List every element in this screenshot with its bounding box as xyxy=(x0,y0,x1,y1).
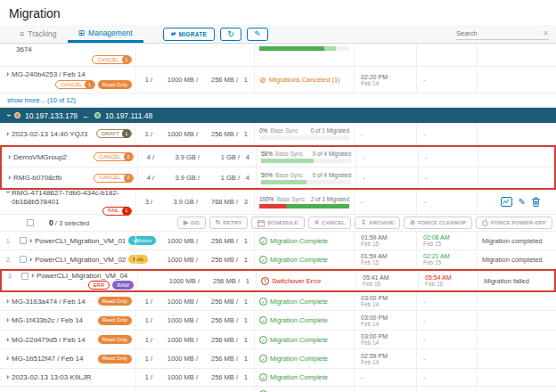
chevron-right-icon[interactable]: › xyxy=(6,317,9,323)
vm-count: 1 / xyxy=(136,130,152,138)
chevron-right-icon[interactable]: › xyxy=(6,374,9,380)
end-date: Feb 16 xyxy=(425,281,471,287)
table-row[interactable]: › RetryReverse 4 / 3.9 GB / 1 GB / 4 Mig… xyxy=(0,387,556,392)
status-text: Migration Complete xyxy=(259,256,349,264)
count: 1 xyxy=(241,336,248,344)
end-time: - xyxy=(423,298,470,306)
row-number: 2. xyxy=(6,257,17,263)
force-cleanup-button[interactable]: ⊘FORCE CLEANUP xyxy=(404,216,472,229)
go-button[interactable]: ▶GO xyxy=(177,216,206,229)
alert-highlight-box: › DemoVMGroup2 CANCEL2 4 / 3.9 GB / 1 GB… xyxy=(0,145,556,190)
chevron-right-icon[interactable]: › xyxy=(8,175,11,181)
alert-highlight-box: 3. › PowerCLI_Migration_VM_04 ERR RAW 10… xyxy=(0,269,556,292)
vm-row[interactable]: 3. › PowerCLI_Migration_VM_04 ERR RAW 10… xyxy=(2,271,554,290)
start-time: 03:00 PM xyxy=(361,295,410,301)
source-site-icon xyxy=(14,112,20,118)
tab-tracking[interactable]: ≡ Tracking xyxy=(9,25,68,43)
row-checkbox[interactable] xyxy=(20,237,27,244)
retry-button[interactable]: ↻RETRY xyxy=(209,216,249,229)
events-chart-icon[interactable] xyxy=(501,197,512,207)
raw-badge: RAW xyxy=(112,281,134,290)
table-row[interactable]: › 2023-02-13 13:03 K9LJR 1 / 1000 MB / 2… xyxy=(0,369,556,387)
show-more-link[interactable]: show more... (10 of 12) xyxy=(7,96,76,104)
page-title: Migration xyxy=(0,0,556,25)
chevron-right-icon[interactable]: › xyxy=(6,298,9,305)
row-checkbox[interactable] xyxy=(20,256,27,263)
error-circle-icon xyxy=(261,277,269,285)
vm-name: PowerCLI_Migration_VM_01 xyxy=(35,237,126,245)
end-time: - xyxy=(423,373,470,381)
table-row[interactable]: › DemoVMGroup2 CANCEL2 4 / 3.9 GB / 1 GB… xyxy=(2,147,554,167)
migrate-button-label: MIGRATE xyxy=(178,31,207,37)
start-time: - xyxy=(363,174,412,182)
selection-toolbar: 0 / 3 selected ▶GO ↻RETRY SCHEDULE ✕CANC… xyxy=(0,215,556,232)
row-name: RMG-b0708cfb xyxy=(13,174,61,182)
disk-size: 1000 MB / xyxy=(157,277,200,285)
start-time: - xyxy=(361,130,410,138)
vm-count: 1 / xyxy=(136,355,152,363)
table-row[interactable]: › MG-1b512f47 / Feb 14 Read Only 1 / 100… xyxy=(0,349,556,369)
end-date: Feb 15 xyxy=(423,241,470,247)
tab-management[interactable]: ⊞ Management xyxy=(68,25,143,43)
chevron-down-icon[interactable]: › xyxy=(5,114,12,117)
disk-size: 1000 MB / xyxy=(155,355,198,363)
chevron-right-icon[interactable]: › xyxy=(6,131,9,137)
table-row[interactable]: › MG-240b4253 / Feb 14 CANCEL1 Read Only… xyxy=(0,67,556,94)
progress-bar xyxy=(259,46,349,51)
migrate-button[interactable]: ⇄ MIGRATE xyxy=(163,28,215,41)
table-row[interactable]: › 2023-02-13 14:40 YQJ3 DRAFT1 1 / 1000 … xyxy=(0,123,556,145)
cancel-button[interactable]: ✕CANCEL xyxy=(308,216,352,229)
search-input[interactable] xyxy=(456,29,535,37)
status-text: Migration Complete xyxy=(259,355,349,363)
clear-search-icon[interactable]: ✕ xyxy=(543,29,549,37)
row-name: 2023-02-13 13:03 K9LJR xyxy=(12,373,91,381)
table-row[interactable]: › RMG-b0708cfb CANCEL2 4 / 3.9 GB / 1 GB… xyxy=(2,167,554,188)
edit-pencil-icon: ✎ xyxy=(254,29,261,38)
chevron-right-icon[interactable]: › xyxy=(6,355,9,362)
row-name: RMG-47148627-7db0-434c-b182-0b168b578401 xyxy=(12,189,120,207)
select-all-checkbox[interactable] xyxy=(27,219,34,226)
status-text: Migration Complete xyxy=(259,336,349,344)
status-text: Switchover Error xyxy=(261,277,351,285)
chevron-right-icon[interactable]: › xyxy=(6,337,9,343)
schedule-button[interactable]: SCHEDULE xyxy=(251,216,304,229)
count: 1 xyxy=(241,237,248,245)
table-row[interactable]: › MG-22d479d5 / Feb 14 Read Only 1 / 100… xyxy=(0,331,556,349)
row-name: 3674 xyxy=(6,45,132,53)
chevron-right-icon[interactable]: › xyxy=(6,71,9,78)
table-row[interactable]: › RMG-47148627-7db0-434c-b182-0b168b5784… xyxy=(0,190,556,215)
row-checkbox[interactable] xyxy=(21,273,29,280)
vm-count: 1 / xyxy=(136,298,152,306)
refresh-button[interactable]: ↻ xyxy=(220,28,241,41)
force-poweroff-button[interactable]: FORCE POWER-OFF xyxy=(476,216,552,229)
count: 4 xyxy=(242,153,249,161)
progress-percent: 58% xyxy=(261,151,273,157)
check-circle-icon xyxy=(259,298,267,306)
table-row[interactable]: › MG-3163a474 / Feb 14 Read Only 1 / 100… xyxy=(0,292,556,311)
vm-row[interactable]: 1. › PowerCLI_Migration_VM_01 vMotion 10… xyxy=(0,232,556,250)
vm-count: 1 / xyxy=(136,76,152,84)
count: 1 xyxy=(241,355,248,363)
archive-button[interactable]: ↧ARCHIVE xyxy=(355,216,400,229)
start-date: Feb 14 xyxy=(361,80,410,86)
vm-count: 1 / xyxy=(136,373,152,381)
chevron-right-icon[interactable]: › xyxy=(8,154,11,160)
edit-pencil-icon[interactable]: ✎ xyxy=(519,197,526,207)
delete-trash-icon[interactable] xyxy=(532,197,540,207)
table-row[interactable]: 3674 CANCEL1 xyxy=(0,44,556,67)
status-text: Migration Complete xyxy=(259,237,349,245)
count: 3 xyxy=(241,198,248,206)
start-time: - xyxy=(361,198,410,206)
row-name: DemoVMGroup2 xyxy=(13,153,67,161)
table-row[interactable]: › MG-1f433b2c / Feb 14 Read Only 1 / 100… xyxy=(0,311,556,331)
site-pair-header[interactable]: › 10.197.133.178 ← 10.197.111.48 xyxy=(0,108,556,123)
chevron-right-icon[interactable]: › xyxy=(29,257,32,263)
migrated-count: 0 of 1 Migrated xyxy=(311,127,349,134)
vm-count: 4 / xyxy=(138,174,154,182)
chevron-down-icon[interactable]: › xyxy=(4,191,11,193)
chevron-right-icon[interactable]: › xyxy=(29,238,32,244)
note-text: Migration completed xyxy=(482,237,543,245)
vm-row[interactable]: 2. › PowerCLI_Migration_VM_02 Bulk 1000 … xyxy=(0,250,556,269)
chevron-right-icon[interactable]: › xyxy=(31,273,34,279)
edit-button[interactable]: ✎ xyxy=(247,28,268,41)
